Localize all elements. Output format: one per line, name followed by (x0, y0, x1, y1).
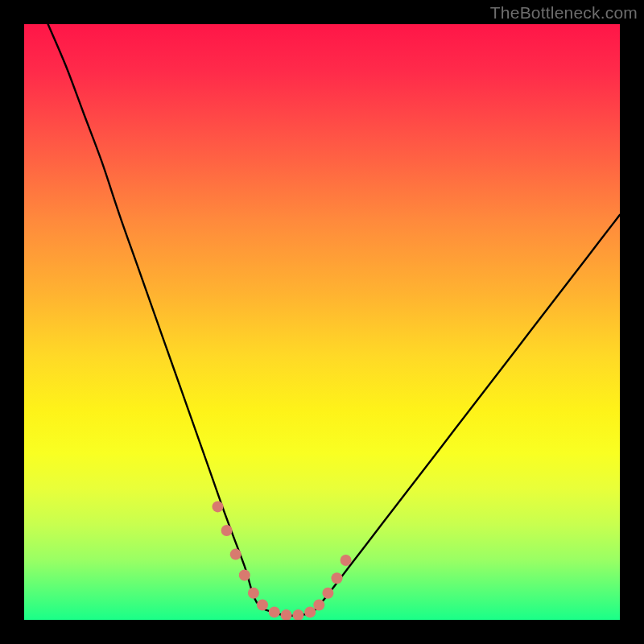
marker-dot (269, 606, 280, 617)
marker-dot (292, 609, 303, 620)
marker-dot (332, 572, 343, 584)
marker-dot (322, 588, 333, 599)
marker-dot (213, 501, 224, 512)
watermark-text: TheBottleneck.com (490, 3, 638, 23)
highlight-markers (213, 501, 352, 620)
marker-dot (304, 606, 316, 617)
plot-area (24, 24, 620, 620)
marker-dot (239, 570, 250, 581)
marker-dot (248, 588, 259, 599)
marker-dot (230, 549, 242, 560)
marker-dot (257, 600, 268, 611)
marker-dot (281, 609, 292, 620)
chart-stage: TheBottleneck.com (0, 0, 644, 644)
marker-dot (341, 555, 352, 566)
curve-layer (24, 24, 620, 620)
bottleneck-curve (48, 24, 620, 616)
marker-dot (313, 600, 324, 611)
marker-dot (221, 525, 233, 536)
